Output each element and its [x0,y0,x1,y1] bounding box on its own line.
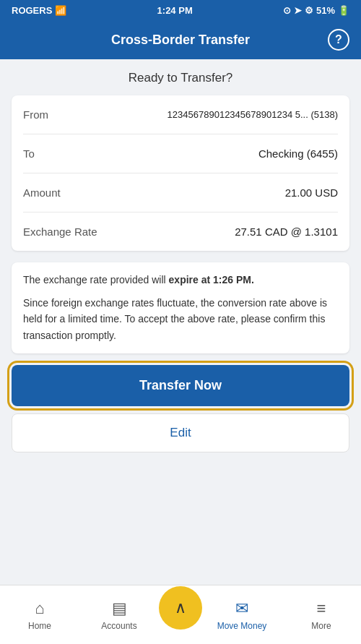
amount-value: 21.00 USD [285,186,338,199]
bottom-nav: ⌂ Home ▤ Accounts ∧ ✉ Move Money ≡ More [0,585,361,644]
nav-item-move-money[interactable]: ✉ Move Money [202,585,282,644]
chevron-up-icon: ∧ [175,598,186,617]
nav-label-home: Home [28,621,51,631]
location-icon: ⊙ [283,5,291,16]
nav-label-more: More [311,621,331,631]
status-time: 1:24 PM [157,5,193,16]
from-row: From 123456789012345678901234 5... (5138… [23,95,338,134]
expire-text: The exchange rate provided will expire a… [23,272,338,288]
nav-center-button[interactable]: ∧ [159,586,202,630]
accounts-icon: ▤ [112,599,127,618]
fluctuate-notice: Since foreign exchange rates fluctuate, … [23,295,338,343]
wifi-icon: 📶 [55,5,66,16]
to-row: To Checking (6455) [23,134,338,173]
nav-item-more[interactable]: ≡ More [282,585,361,644]
carrier-label: ROGERS [12,5,52,16]
nav-label-move-money: Move Money [217,621,267,631]
edit-button[interactable]: Edit [12,413,349,452]
bluetooth-icon: ⚙ [305,5,313,16]
status-bar: ROGERS 📶 1:24 PM ⊙ ➤ ⚙ 51% 🔋 [0,0,361,20]
nav-item-home[interactable]: ⌂ Home [0,585,79,644]
ready-to-transfer-heading: Ready to Transfer? [12,71,349,85]
status-left: ROGERS 📶 [12,5,66,16]
move-money-icon: ✉ [235,599,248,618]
transfer-now-button[interactable]: Transfer Now [12,365,349,406]
page-title: Cross-Border Transfer [111,33,250,48]
battery-label: 51% [316,5,335,16]
nav-item-accounts[interactable]: ▤ Accounts [79,585,159,644]
header: Cross-Border Transfer ? [0,20,361,59]
from-value: 123456789012345678901234 5... (5138) [168,109,338,120]
help-button[interactable]: ? [328,29,349,51]
home-icon: ⌂ [35,599,44,618]
exchange-notice-card: The exchange rate provided will expire a… [12,262,349,353]
exchange-rate-label: Exchange Rate [23,226,97,238]
exchange-rate-value: 27.51 CAD @ 1.3101 [235,226,338,238]
to-label: To [23,147,35,160]
arrow-icon: ➤ [294,5,302,16]
from-label: From [23,108,48,121]
amount-row: Amount 21.00 USD [23,173,338,212]
status-right: ⊙ ➤ ⚙ 51% 🔋 [283,5,349,16]
battery-icon: 🔋 [338,5,349,16]
amount-label: Amount [23,186,61,199]
main-content: Ready to Transfer? From 1234567890123456… [0,59,361,464]
exchange-rate-row: Exchange Rate 27.51 CAD @ 1.3101 [23,212,338,251]
more-icon: ≡ [317,599,326,618]
nav-label-accounts: Accounts [101,621,136,631]
transfer-details-card: From 123456789012345678901234 5... (5138… [12,95,349,251]
to-value: Checking (6455) [258,147,338,160]
